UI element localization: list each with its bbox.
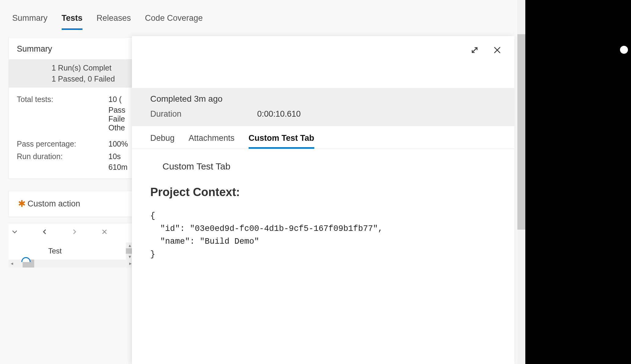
close-icon[interactable] bbox=[98, 228, 111, 238]
custom-tab-subheading: Custom Test Tab bbox=[162, 161, 496, 172]
tab-code-coverage[interactable]: Code Coverage bbox=[145, 10, 203, 28]
scroll-up-icon[interactable]: ▴ bbox=[129, 242, 131, 248]
scroll-down-icon[interactable]: ▾ bbox=[129, 254, 131, 260]
pass-pct-value: 100% bbox=[108, 140, 133, 148]
svg-line-2 bbox=[472, 48, 477, 53]
run-duration-sub: 610m bbox=[17, 163, 133, 172]
white-dot-indicator bbox=[620, 46, 628, 54]
page-scrollbar[interactable] bbox=[517, 0, 525, 364]
horizontal-scrollbar[interactable]: ◂ ▸ bbox=[9, 260, 134, 268]
run-duration-label: Run duration: bbox=[17, 152, 108, 161]
run-duration-value: 10s bbox=[108, 152, 133, 161]
tab-releases[interactable]: Releases bbox=[97, 10, 131, 28]
flyout-body: Custom Test Tab Project Context: { "id":… bbox=[132, 149, 514, 273]
summary-stats: Total tests: 10 ( Pass Faile Othe Pass p… bbox=[9, 88, 133, 178]
total-tests-sub-other: Othe bbox=[17, 123, 133, 132]
duration-label: Duration bbox=[150, 109, 257, 119]
page-scroll-thumb[interactable] bbox=[517, 34, 525, 230]
tab-tests[interactable]: Tests bbox=[62, 10, 83, 30]
scroll-left-icon[interactable]: ◂ bbox=[9, 260, 15, 266]
summary-run-line-1: 1 Run(s) Complet bbox=[52, 62, 133, 73]
project-context-heading: Project Context: bbox=[150, 186, 496, 199]
chevron-left-icon[interactable] bbox=[38, 228, 51, 238]
pass-pct-label: Pass percentage: bbox=[17, 140, 108, 148]
test-nav-toolbar: Test ▴ ▾ ◂ ▸ bbox=[9, 223, 134, 268]
test-label-row: Test ▴ ▾ bbox=[9, 242, 134, 260]
flyout-tab-custom[interactable]: Custom Test Tab bbox=[249, 130, 314, 149]
project-context-json: { "id": "03e0ed9d-fc00-4d1b-9cf5-167f09b… bbox=[150, 210, 496, 261]
tab-summary[interactable]: Summary bbox=[12, 10, 48, 28]
expand-icon[interactable] bbox=[470, 45, 480, 57]
test-column-header[interactable]: Test bbox=[48, 247, 62, 255]
summary-heading: Summary bbox=[9, 38, 133, 59]
build-tabs: Summary Tests Releases Code Coverage bbox=[0, 0, 525, 30]
summary-run-status: 1 Run(s) Complet 1 Passed, 0 Failed bbox=[9, 59, 133, 88]
flyout-header: Completed 3m ago Duration 0:00:10.610 bbox=[132, 88, 514, 126]
total-tests-label: Total tests: bbox=[17, 95, 108, 104]
summary-column: Summary 1 Run(s) Complet 1 Passed, 0 Fai… bbox=[9, 37, 134, 364]
duration-value: 0:00:10.610 bbox=[257, 109, 301, 119]
total-tests-value: 10 ( bbox=[108, 95, 133, 104]
summary-card: Summary 1 Run(s) Complet 1 Passed, 0 Fai… bbox=[9, 37, 134, 179]
flyout-tabs: Debug Attachments Custom Test Tab bbox=[132, 126, 514, 149]
flyout-tab-attachments[interactable]: Attachments bbox=[189, 130, 235, 149]
summary-run-line-2: 1 Passed, 0 Failed bbox=[52, 73, 133, 84]
custom-action-card[interactable]: ✱ Custom action bbox=[9, 191, 134, 217]
total-tests-sub-fail: Faile bbox=[17, 115, 133, 123]
flyout-tab-debug[interactable]: Debug bbox=[150, 130, 175, 149]
black-side-panel bbox=[525, 0, 631, 364]
test-detail-flyout: Completed 3m ago Duration 0:00:10.610 De… bbox=[132, 36, 514, 364]
close-flyout-icon[interactable] bbox=[492, 45, 502, 57]
chevron-down-icon[interactable] bbox=[9, 228, 21, 238]
asterisk-icon: ✱ bbox=[18, 199, 26, 208]
total-tests-sub-pass: Pass bbox=[17, 106, 133, 115]
custom-action-label: Custom action bbox=[27, 199, 80, 209]
completed-text: Completed 3m ago bbox=[150, 94, 496, 104]
chevron-right-icon[interactable] bbox=[68, 228, 81, 238]
